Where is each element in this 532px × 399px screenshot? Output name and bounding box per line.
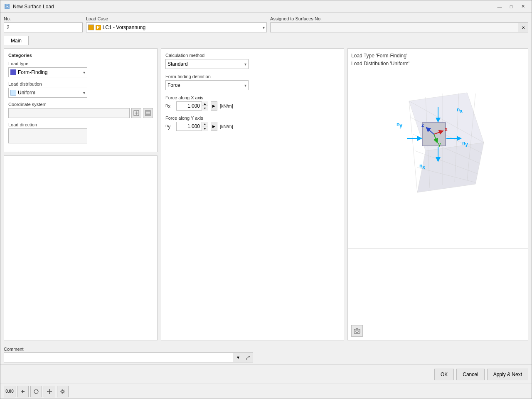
- edit-icon: [246, 355, 251, 360]
- no-input[interactable]: [4, 22, 83, 32]
- load-direction-label: Load direction: [8, 122, 153, 127]
- force-x-label: Force along X axis: [165, 95, 340, 100]
- toolbar-btn-coords[interactable]: 0.00: [4, 386, 15, 397]
- load-case-p-badge: P: [96, 25, 101, 30]
- svg-point-37: [356, 330, 358, 332]
- svg-text:x: x: [445, 126, 448, 132]
- load-type-chevron-icon: ▾: [83, 70, 85, 75]
- middle-panel: Calculation method Standard ▾ Form-findi…: [161, 48, 344, 340]
- coordinate-edit-icon: [133, 110, 139, 116]
- move-icon: [47, 389, 52, 394]
- assigned-input-wrapper: ✕: [270, 22, 528, 32]
- svg-text:S: S: [5, 4, 9, 10]
- right-panel: Load Type 'Form-Finding' Load Distributi…: [347, 48, 528, 340]
- info-line1: Load Type 'Form-Finding': [351, 52, 525, 60]
- calculation-method-label: Calculation method: [165, 53, 340, 58]
- maximize-button[interactable]: □: [506, 2, 517, 11]
- ok-button[interactable]: OK: [434, 369, 454, 380]
- toolbar-btn-move[interactable]: [44, 386, 55, 397]
- svg-line-38: [246, 359, 247, 360]
- load-type-select[interactable]: Form-Finding ▾: [8, 67, 87, 77]
- info-text: Load Type 'Form-Finding' Load Distributi…: [351, 52, 525, 68]
- force-y-increment-button[interactable]: ▲: [202, 122, 208, 126]
- toolbar-btn-rotate[interactable]: [30, 386, 42, 397]
- comment-dropdown-button[interactable]: ▾: [233, 352, 243, 362]
- svg-marker-45: [51, 391, 52, 392]
- tab-main[interactable]: Main: [4, 36, 29, 45]
- apply-next-button[interactable]: Apply & Next: [487, 369, 528, 380]
- close-button[interactable]: ✕: [517, 2, 528, 11]
- force-x-spin-buttons: ▲ ▼: [202, 101, 208, 111]
- force-x-decrement-button[interactable]: ▼: [202, 106, 208, 111]
- load-type-row: Load type Form-Finding ▾: [8, 61, 153, 77]
- toolbar-btn-settings[interactable]: [57, 386, 69, 397]
- load-distribution-chevron-icon: ▾: [83, 91, 85, 95]
- svg-point-46: [62, 390, 64, 392]
- force-x-increment-button[interactable]: ▲: [202, 101, 208, 106]
- arrow-icon: [20, 389, 26, 394]
- form-finding-definition-label: Form-finding definition: [165, 74, 340, 79]
- main-content: Categories Load type Form-Finding ▾ Load…: [0, 45, 532, 344]
- comment-bar: Comment ▾: [0, 344, 532, 365]
- coordinate-system-input-row: [8, 108, 153, 118]
- force-y-spinbox: ▲ ▼: [176, 122, 208, 131]
- cancel-button[interactable]: Cancel: [456, 369, 484, 380]
- comment-input-row: ▾: [4, 352, 253, 362]
- load-case-select[interactable]: P LC1 - Vorspannung ▾: [86, 22, 267, 32]
- load-direction-input: [8, 128, 87, 143]
- load-case-color-box: [88, 25, 94, 30]
- force-x-input[interactable]: [177, 102, 202, 110]
- force-y-sub: y: [168, 124, 170, 130]
- svg-text:y: y: [438, 141, 441, 147]
- svg-marker-43: [49, 393, 50, 394]
- force-y-unit: [kN/m]: [220, 124, 233, 129]
- force-x-sub: x: [168, 103, 170, 109]
- comment-input[interactable]: [4, 352, 233, 362]
- camera-icon: [354, 328, 360, 334]
- left-panel: Categories Load type Form-Finding ▾ Load…: [4, 48, 158, 340]
- categories-box: Categories Load type Form-Finding ▾ Load…: [4, 48, 158, 152]
- load-distribution-color-box: [10, 90, 16, 96]
- coordinate-system-input[interactable]: [8, 108, 130, 118]
- load-distribution-row: Load distribution Uniform ▾: [8, 81, 153, 98]
- svg-text:nx: nx: [419, 163, 425, 170]
- right-bottom-panel: [347, 249, 528, 340]
- comment-edit-button[interactable]: [243, 352, 253, 362]
- force-y-row: Force along Y axis ny ▲ ▼ ▶ [kN/m]: [165, 116, 340, 131]
- minimize-button[interactable]: —: [494, 2, 505, 11]
- coordinate-icon-btn1[interactable]: [131, 108, 141, 118]
- form-finding-definition-chevron-icon: ▾: [244, 83, 246, 88]
- screenshot-button[interactable]: [351, 325, 363, 337]
- force-y-arrow-button[interactable]: ▶: [211, 122, 217, 131]
- assigned-field-group: Assigned to Surfaces No. ✕: [270, 16, 528, 32]
- force-x-arrow-button[interactable]: ▶: [211, 101, 217, 111]
- toolbar-btn-arrow[interactable]: [17, 386, 29, 397]
- svg-text:ny: ny: [397, 121, 402, 128]
- force-y-decrement-button[interactable]: ▼: [202, 126, 208, 131]
- form-finding-definition-value: Force: [167, 82, 244, 88]
- coordinate-icon-btn2[interactable]: [143, 108, 153, 118]
- calculation-method-row: Calculation method Standard ▾: [165, 53, 340, 69]
- coords-icon: 0.00: [5, 389, 13, 394]
- form-finding-definition-select[interactable]: Force ▾: [165, 80, 249, 90]
- load-direction-row: Load direction: [8, 122, 153, 143]
- assigned-input[interactable]: [270, 22, 518, 32]
- no-label: No.: [4, 16, 83, 21]
- no-field-group: No.: [4, 16, 83, 32]
- load-case-text: LC1 - Vorspannung: [103, 25, 263, 30]
- top-fields: No. Load Case P LC1 - Vorspannung ▾ Assi…: [0, 13, 532, 36]
- assigned-label: Assigned to Surfaces No.: [270, 16, 528, 21]
- tabs-bar: Main: [0, 36, 532, 45]
- assigned-clear-button[interactable]: ✕: [518, 22, 528, 32]
- rotate-icon: [33, 389, 39, 394]
- calculation-method-value: Standard: [167, 61, 244, 67]
- load-case-label: Load Case: [86, 16, 267, 21]
- force-y-input[interactable]: [177, 122, 202, 131]
- load-distribution-select[interactable]: Uniform ▾: [8, 88, 87, 98]
- force-y-label: Force along Y axis: [165, 116, 340, 121]
- app-icon: S: [4, 3, 10, 10]
- calculation-method-select[interactable]: Standard ▾: [165, 59, 249, 69]
- surface-load-diagram: x y z nx nx ny ny: [376, 76, 500, 201]
- coordinate-system-row: Coordinate system: [8, 102, 153, 118]
- main-window: S New Surface Load — □ ✕ No. Load Case P…: [0, 0, 532, 399]
